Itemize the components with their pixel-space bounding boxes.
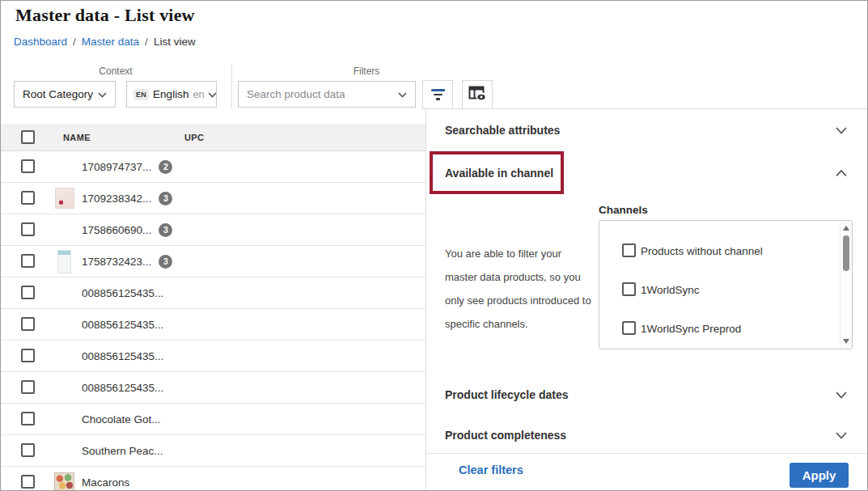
channel-label: Products without channel (641, 245, 763, 257)
row-checkbox[interactable] (21, 443, 35, 457)
product-name: 008856125435... (82, 319, 163, 331)
product-name: Chocolate Got... (82, 413, 161, 425)
row-checkbox[interactable] (21, 475, 35, 489)
row-checkbox[interactable] (21, 380, 35, 394)
filters-group-label: Filters (238, 66, 495, 77)
section-label: Available in channel (445, 167, 553, 180)
product-name: Macarons (82, 476, 129, 489)
toolbar-divider (231, 64, 232, 108)
clear-filters-link[interactable]: Clear filters (459, 463, 523, 476)
channels-scrollbar[interactable] (840, 221, 852, 349)
chevron-down-icon (836, 387, 847, 402)
column-visibility-button[interactable] (462, 80, 493, 109)
table-row[interactable]: 1758660690...3 (1, 214, 426, 246)
product-name: 008856125435... (82, 287, 163, 299)
column-visibility-icon (468, 86, 487, 104)
product-thumbnail (55, 188, 74, 209)
row-checkbox[interactable] (21, 191, 35, 205)
chevron-up-icon (836, 166, 847, 180)
table-row[interactable]: 008856125435... (1, 372, 426, 404)
row-checkbox[interactable] (21, 222, 35, 236)
scroll-down-arrow-icon[interactable] (843, 339, 849, 344)
category-dropdown[interactable]: Root Category (14, 81, 116, 108)
row-checkbox[interactable] (21, 159, 35, 173)
table-row[interactable]: 008856125435... (1, 341, 426, 372)
product-name: 008856125435... (82, 382, 163, 394)
channels-label: Channels (599, 204, 648, 216)
product-name: 1708974737... (82, 161, 151, 173)
row-checkbox[interactable] (21, 254, 35, 268)
filter-toggle-button[interactable] (422, 80, 453, 109)
language-name: English (153, 88, 188, 100)
table-row[interactable]: 008856125435... (1, 277, 426, 309)
chevron-down-icon (398, 88, 407, 100)
breadcrumb: Dashboard / Master data / List view (14, 36, 196, 48)
section-label: Product lifecycle dates (445, 388, 569, 401)
breadcrumb-master-data[interactable]: Master data (82, 36, 139, 48)
column-header-upc: UPC (184, 124, 204, 151)
section-product-completeness[interactable]: Product completeness (426, 422, 867, 448)
search-product-data-combobox[interactable]: Search product data (238, 81, 416, 108)
language-code: en (193, 88, 204, 100)
table-row[interactable]: Southern Peac... (1, 435, 426, 467)
channel-filter-description: You are able to filter your master data … (445, 242, 594, 336)
row-checkbox[interactable] (21, 286, 35, 299)
product-name: 1758732423... (82, 256, 151, 268)
master-data-list-view-page: Master data - List view Dashboard / Mast… (0, 0, 868, 491)
breadcrumb-separator: / (145, 36, 148, 48)
breadcrumb-list-view: List view (154, 36, 196, 48)
section-label: Searchable attributes (445, 124, 560, 137)
variant-count-badge: 3 (159, 192, 172, 205)
language-dropdown[interactable]: EN English en (126, 81, 217, 108)
channel-checkbox[interactable] (622, 321, 636, 335)
table-row[interactable]: 1758732423...3 (1, 246, 426, 277)
scroll-up-arrow-icon[interactable] (843, 226, 849, 231)
row-checkbox[interactable] (21, 317, 35, 331)
language-badge: EN (133, 89, 149, 100)
category-dropdown-value: Root Category (23, 88, 98, 100)
product-name: 1758660690... (82, 224, 151, 236)
filter-lines-icon (431, 89, 445, 100)
page-title: Master data - List view (15, 5, 195, 26)
chevron-down-icon (836, 123, 847, 138)
product-name: 1709238342... (82, 193, 151, 205)
channels-listbox: Products without channel 1WorldSync 1Wor… (599, 220, 853, 349)
breadcrumb-separator: / (73, 36, 76, 48)
select-all-checkbox[interactable] (21, 130, 35, 144)
channel-option-products-without-channel[interactable]: Products without channel (599, 239, 839, 262)
channel-label: 1WorldSync Preprod (641, 323, 741, 335)
section-searchable-attributes[interactable]: Searchable attributes (426, 117, 867, 143)
table-row[interactable]: 1708974737...2 (1, 151, 426, 183)
channel-option-1worldsync-preprod[interactable]: 1WorldSync Preprod (599, 317, 839, 340)
variant-count-badge: 2 (159, 160, 172, 174)
product-table: NAME UPC 1708974737...2 1709238342...3 1… (1, 124, 426, 490)
table-row[interactable]: Chocolate Got... (1, 404, 426, 435)
section-product-lifecycle-dates[interactable]: Product lifecycle dates (426, 382, 867, 408)
table-row[interactable]: Macarons (1, 467, 426, 490)
scrollbar-thumb[interactable] (843, 235, 849, 271)
channel-label: 1WorldSync (641, 284, 700, 296)
row-checkbox[interactable] (21, 349, 35, 362)
product-name: 008856125435... (82, 350, 163, 362)
product-name: Southern Peac... (82, 445, 163, 457)
breadcrumb-dashboard[interactable]: Dashboard (14, 36, 67, 48)
context-group-label: Context (14, 66, 218, 77)
chevron-down-icon (208, 88, 217, 100)
product-thumbnail (54, 472, 74, 490)
apply-button[interactable]: Apply (790, 463, 849, 488)
channel-checkbox[interactable] (622, 282, 636, 296)
channel-option-1worldsync[interactable]: 1WorldSync (599, 278, 839, 301)
section-available-in-channel[interactable]: Available in channel (426, 160, 867, 186)
product-thumbnail (57, 250, 71, 273)
table-row[interactable]: 008856125435... (1, 309, 426, 341)
section-label: Product completeness (445, 429, 566, 442)
row-checkbox[interactable] (21, 412, 35, 425)
table-header-row: NAME UPC (1, 124, 426, 151)
column-header-name: NAME (63, 124, 91, 151)
table-row[interactable]: 1709238342...3 (1, 183, 426, 214)
variant-count-badge: 3 (159, 255, 172, 269)
chevron-down-icon (836, 428, 847, 442)
channel-checkbox[interactable] (622, 243, 636, 257)
search-placeholder: Search product data (247, 88, 398, 100)
variant-count-badge: 3 (159, 223, 172, 237)
